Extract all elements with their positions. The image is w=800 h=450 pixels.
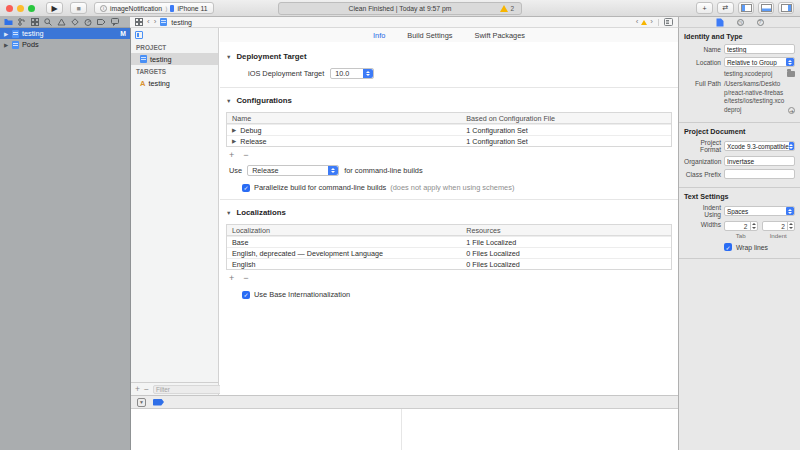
back-button[interactable]: ‹ [147, 18, 150, 26]
close-window-button[interactable] [6, 5, 13, 12]
editor-mode-button[interactable]: ⇄ [717, 2, 734, 14]
debug-console[interactable] [131, 408, 678, 450]
dropdown-arrows-icon[interactable] [789, 142, 794, 150]
warning-badge[interactable]: 2 [500, 5, 514, 12]
table-row[interactable]: ▶ Release 1 Configuration Set [227, 135, 671, 146]
file-inspector: Identity and Type Name Location Relative… [678, 28, 800, 450]
stepper-arrows-icon[interactable] [787, 222, 794, 230]
find-navigator-icon[interactable] [44, 18, 52, 26]
disclosure-triangle-icon[interactable]: ▶ [4, 42, 9, 48]
stepper-arrows-icon[interactable] [750, 222, 757, 230]
disclosure-triangle-icon[interactable]: ▶ [232, 138, 236, 144]
scheme-selector[interactable]: i imageNotification ⟩ iPhone 11 [94, 2, 214, 14]
scheme-name[interactable]: imageNotification [110, 5, 162, 12]
column-header-based-on: Based on Configuration File [462, 114, 671, 123]
toggle-debug-area-button[interactable] [758, 2, 774, 14]
base-internationalization-checkbox[interactable]: ✓ [242, 291, 250, 299]
parallelize-checkbox[interactable]: ✓ [242, 184, 250, 192]
indent-width-stepper[interactable]: 2 [762, 221, 796, 231]
remove-localization-button[interactable]: − [243, 273, 248, 283]
breakpoints-toggle-icon[interactable] [153, 399, 164, 406]
toggle-inspector-button[interactable] [778, 2, 794, 14]
tab-info[interactable]: Info [373, 31, 385, 40]
symbol-navigator-icon[interactable] [31, 18, 39, 26]
dropdown-arrows-icon[interactable] [786, 58, 794, 66]
breakpoint-navigator-icon[interactable] [97, 18, 106, 26]
quick-help-inspector-icon[interactable]: ? [757, 19, 764, 26]
dropdown-arrows-icon[interactable] [786, 207, 794, 215]
project-document-section: Project Document Project Format Xcode 9.… [679, 123, 800, 188]
organization-field[interactable] [724, 156, 795, 166]
add-target-button[interactable]: + [135, 385, 140, 394]
test-navigator-icon[interactable] [71, 18, 79, 26]
section-configurations[interactable]: ▼ Configurations [226, 96, 672, 105]
source-control-navigator-icon[interactable] [18, 18, 26, 26]
project-item-testing[interactable]: testing [131, 53, 218, 65]
next-issue-button[interactable]: › [650, 18, 653, 26]
jump-bar-file-name[interactable]: testing [171, 19, 192, 26]
project-item-label: testing [150, 55, 172, 64]
indent-using-popup[interactable]: Spaces [724, 206, 795, 216]
project-format-popup[interactable]: Xcode 9.3-compatible [724, 141, 795, 151]
section-title: Localizations [236, 208, 285, 217]
run-button[interactable]: ▶ [46, 2, 63, 14]
editor-options-icon[interactable] [664, 18, 673, 26]
table-row[interactable]: ▶ Debug 1 Configuration Set [227, 124, 671, 135]
project-navigator: ▶ testing M ▶ Pods [0, 28, 130, 450]
navigator-item-testing[interactable]: ▶ testing M [0, 28, 130, 39]
related-items-icon[interactable] [135, 18, 143, 26]
remove-target-button[interactable]: − [144, 385, 149, 394]
previous-issue-button[interactable]: ‹ [636, 18, 639, 26]
tab-width-stepper[interactable]: 2 [724, 221, 758, 231]
xcodeproj-icon [12, 41, 19, 49]
debug-navigator-icon[interactable] [84, 18, 92, 26]
minimize-window-button[interactable] [17, 5, 24, 12]
forward-button[interactable]: › [154, 18, 157, 26]
disclosure-triangle-icon[interactable]: ▼ [226, 54, 231, 60]
section-deployment-target[interactable]: ▼ Deployment Target [226, 52, 672, 61]
table-row[interactable]: English, deprecated — Development Langua… [227, 247, 671, 258]
navigator-item-pods[interactable]: ▶ Pods [0, 39, 130, 50]
localization-resources: 0 Files Localized [462, 260, 671, 269]
hide-debug-area-icon[interactable]: ▼ [137, 398, 146, 407]
table-row[interactable]: Base 1 File Localized [227, 236, 671, 247]
class-prefix-field[interactable] [724, 169, 795, 179]
project-navigator-icon[interactable] [4, 18, 13, 26]
table-row[interactable]: English 0 Files Localized [227, 258, 671, 269]
library-button[interactable]: + [696, 2, 713, 14]
stop-button[interactable]: ■ [70, 2, 87, 14]
wrap-lines-checkbox[interactable]: ✓ [724, 243, 732, 251]
toggle-navigator-button[interactable] [738, 2, 754, 14]
destination-name[interactable]: iPhone 11 [177, 5, 207, 12]
dropdown-arrows-icon[interactable] [363, 69, 373, 78]
location-popup[interactable]: Relative to Group [724, 57, 795, 67]
disclosure-triangle-icon[interactable]: ▼ [226, 98, 231, 104]
file-inspector-icon[interactable] [716, 18, 724, 27]
add-localization-button[interactable]: + [229, 273, 234, 283]
full-path-label: Full Path [684, 80, 721, 87]
reveal-in-finder-icon[interactable]: ➔ [788, 107, 795, 114]
wrap-lines-label: Wrap lines [736, 244, 768, 251]
issue-warning-icon[interactable] [641, 20, 647, 25]
disclosure-triangle-icon[interactable]: ▼ [226, 210, 231, 216]
disclosure-triangle-icon[interactable]: ▶ [232, 127, 236, 133]
project-outline-icon[interactable] [135, 31, 143, 39]
report-navigator-icon[interactable] [111, 18, 119, 26]
remove-configuration-button[interactable]: − [243, 150, 248, 160]
history-inspector-icon[interactable]: ◷ [737, 19, 744, 26]
name-field[interactable] [724, 44, 795, 54]
use-label: Use [229, 166, 242, 175]
folder-icon[interactable] [787, 71, 795, 77]
column-header-localization: Localization [227, 226, 462, 235]
dropdown-arrows-icon[interactable] [328, 166, 338, 175]
target-item-testing[interactable]: A testing [131, 77, 218, 89]
section-localizations[interactable]: ▼ Localizations [226, 208, 672, 217]
tab-build-settings[interactable]: Build Settings [407, 31, 452, 40]
add-configuration-button[interactable]: + [229, 150, 234, 160]
deployment-target-combobox[interactable]: 10.0 [330, 68, 374, 79]
tab-swift-packages[interactable]: Swift Packages [475, 31, 526, 40]
disclosure-triangle-icon[interactable]: ▶ [4, 31, 9, 37]
zoom-window-button[interactable] [28, 5, 35, 12]
issue-navigator-icon[interactable] [57, 18, 66, 26]
command-line-configuration-popup[interactable]: Release [247, 165, 339, 176]
